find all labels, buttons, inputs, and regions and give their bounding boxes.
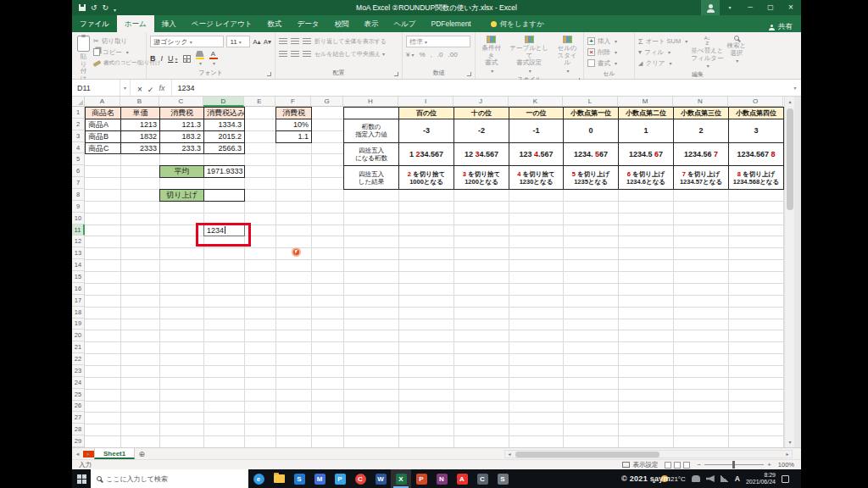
cell-H1[interactable] xyxy=(343,107,399,119)
column-header-K[interactable]: K xyxy=(509,97,563,107)
cell-J1[interactable]: 十の位 xyxy=(453,107,509,119)
cell-O4[interactable]: 1234.567 8 xyxy=(728,142,784,167)
alignment-dialog-launcher[interactable] xyxy=(394,72,398,76)
bold-button[interactable]: B xyxy=(150,54,156,63)
row-header-23[interactable]: 23 xyxy=(72,365,85,377)
row-header-27[interactable]: 27 xyxy=(72,412,85,424)
fill-color-button[interactable] xyxy=(196,51,204,66)
cell-K2[interactable]: -1 xyxy=(509,119,564,143)
sheet-nav-left-icon[interactable] xyxy=(72,451,83,458)
sheet-tab-sheet1[interactable]: Sheet1 xyxy=(94,448,135,459)
row-header-17[interactable]: 17 xyxy=(72,295,85,307)
undo-icon[interactable] xyxy=(91,0,97,15)
cell-I4[interactable]: 1 234.567 xyxy=(398,142,454,167)
row-header-24[interactable]: 24 xyxy=(72,377,85,389)
align-center-icon[interactable] xyxy=(291,51,299,58)
vertical-scrollbar[interactable] xyxy=(784,97,794,447)
cell-C1[interactable]: 消費税 xyxy=(159,107,204,119)
cell-H4[interactable]: 四捨五入になる桁数 xyxy=(343,142,399,167)
cell-C3[interactable]: 183.2 xyxy=(159,130,204,143)
cell-H6[interactable]: 四捨五入した結果 xyxy=(343,165,399,190)
cell-L6[interactable]: 5 を切り上げ1235となる xyxy=(563,165,619,190)
confirm-entry-icon[interactable] xyxy=(147,80,154,96)
cell-N4[interactable]: 1234.56 7 xyxy=(673,142,729,167)
taskbar-app-acrobat[interactable]: A xyxy=(452,469,472,488)
cell-N1[interactable]: 小数点第三位 xyxy=(673,107,729,119)
select-all-button[interactable] xyxy=(72,97,85,107)
cell-J2[interactable]: -2 xyxy=(453,119,509,143)
cell-C4[interactable]: 233.3 xyxy=(159,142,204,155)
cell-B4[interactable]: 2333 xyxy=(120,142,160,155)
decrease-font-icon[interactable]: A▾ xyxy=(264,38,271,46)
cell-F2[interactable]: 10% xyxy=(275,119,312,131)
ribbon-tab-insert[interactable]: 挿入 xyxy=(154,15,184,32)
start-button[interactable] xyxy=(72,469,91,488)
wrap-text-button[interactable]: 折り返して全体を表示する xyxy=(314,37,387,46)
zoom-slider[interactable] xyxy=(697,461,771,469)
number-dialog-launcher[interactable] xyxy=(467,72,471,76)
ribbon-tab-formulas[interactable]: 数式 xyxy=(259,15,289,32)
row-header-19[interactable]: 19 xyxy=(72,319,85,330)
name-box-dropdown-icon[interactable] xyxy=(120,80,131,96)
font-name-select[interactable]: 游ゴシック xyxy=(150,36,224,47)
cell-B3[interactable]: 1832 xyxy=(120,130,160,143)
volume-icon[interactable] xyxy=(706,475,715,482)
conditional-formatting-button[interactable]: 条件付き 書式 xyxy=(479,34,504,75)
cell-L2[interactable]: 0 xyxy=(563,119,619,143)
taskbar-app-photos[interactable]: P xyxy=(330,469,350,488)
row-header-13[interactable]: 13 xyxy=(72,247,85,259)
ribbon-tab-review[interactable]: 校閲 xyxy=(326,15,356,32)
cell-J4[interactable]: 12 34.567 xyxy=(453,142,509,167)
cell-I6[interactable]: 2 を切り捨て1000となる xyxy=(398,165,454,190)
taskbar-app-powerpoint[interactable]: P xyxy=(411,469,431,488)
percent-style-icon[interactable]: % xyxy=(419,51,425,58)
cell-F3[interactable]: 1.1 xyxy=(275,130,312,143)
font-color-button[interactable]: A xyxy=(209,51,218,66)
taskbar-app-store[interactable]: S xyxy=(289,469,309,488)
column-header-G[interactable]: G xyxy=(311,97,343,107)
page-break-view-icon[interactable] xyxy=(683,462,690,469)
merge-center-button[interactable]: セルを結合して中央揃え xyxy=(314,50,385,58)
cell-M6[interactable]: 6 を切り上げ1234.6となる xyxy=(618,165,674,190)
expand-formula-bar-icon[interactable] xyxy=(789,80,801,96)
cell-I2[interactable]: -3 xyxy=(398,119,454,143)
maximize-button[interactable] xyxy=(760,0,781,15)
row-header-5[interactable]: 5 xyxy=(72,153,85,165)
taskbar-clock[interactable]: 8:29 2021/06/24 xyxy=(746,472,776,485)
close-button[interactable] xyxy=(781,0,801,15)
font-size-select[interactable]: 11 xyxy=(226,36,250,47)
cell-M2[interactable]: 1 xyxy=(618,119,674,143)
italic-button[interactable]: I xyxy=(161,54,164,63)
find-select-button[interactable]: 検索と 選択 xyxy=(726,34,746,69)
cell-C6[interactable]: 平均 xyxy=(159,165,204,178)
tell-me-box[interactable]: 何をしますか xyxy=(491,15,544,32)
row-header-11[interactable]: 11 xyxy=(72,225,85,236)
minimize-button[interactable] xyxy=(740,0,760,15)
cell-O6[interactable]: 8 を切り上げ1234.568となる xyxy=(728,165,784,190)
comma-style-icon[interactable]: , xyxy=(431,51,432,58)
redo-icon[interactable] xyxy=(103,0,109,15)
cell-H2[interactable]: 桁数の指定入力値 xyxy=(343,119,399,143)
row-header-22[interactable]: 22 xyxy=(72,353,85,365)
row-header-26[interactable]: 26 xyxy=(72,401,85,413)
cell-C8[interactable]: 切り上げ xyxy=(159,189,204,202)
cell-L4[interactable]: 1234. 567 xyxy=(563,142,619,167)
cell-A3[interactable]: 商品B xyxy=(85,130,121,143)
ribbon-tab-pdfelement[interactable]: PDFelement xyxy=(423,15,478,32)
cell-F1[interactable]: 消費税 xyxy=(275,107,312,119)
align-top-icon[interactable] xyxy=(279,38,287,45)
align-middle-icon[interactable] xyxy=(291,38,299,45)
ribbon-tab-home[interactable]: ホーム xyxy=(117,15,154,32)
cell-D2[interactable]: 1334.3 xyxy=(203,119,245,131)
display-settings-button[interactable]: 表示設定 xyxy=(622,461,658,469)
cell-L1[interactable]: 小数点第一位 xyxy=(563,107,619,119)
zoom-thumb[interactable] xyxy=(732,461,735,469)
cell-I1[interactable]: 百の位 xyxy=(398,107,454,119)
taskbar-app-onenote[interactable]: N xyxy=(431,469,452,488)
name-box[interactable]: D11 xyxy=(72,80,120,96)
row-header-7[interactable]: 7 xyxy=(72,177,85,189)
cell-D1[interactable]: 消費税込み xyxy=(203,107,245,119)
cell-K6[interactable]: 4 を切り捨て1230となる xyxy=(509,165,564,190)
save-icon[interactable] xyxy=(79,4,86,11)
taskbar-app-camera[interactable]: C xyxy=(472,469,492,488)
